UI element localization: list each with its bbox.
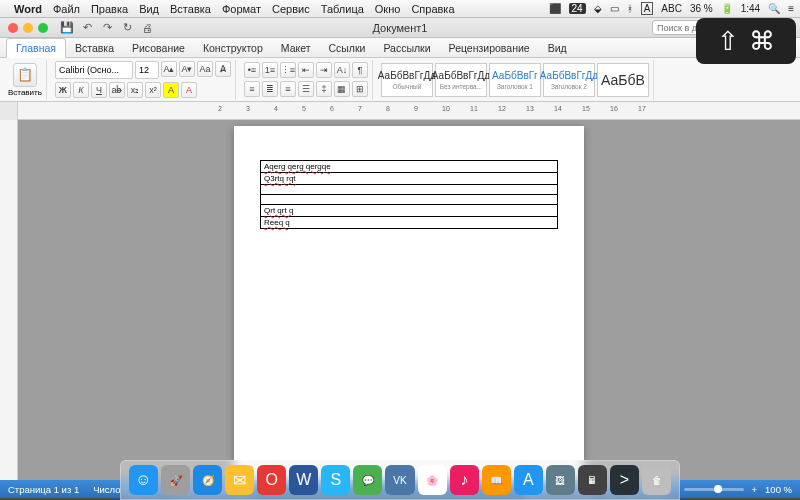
battery-icon[interactable]: 🔋 (721, 3, 733, 14)
tab-home[interactable]: Главная (6, 38, 66, 58)
highlight-button[interactable]: A (163, 82, 179, 98)
align-center-button[interactable]: ≣ (262, 81, 278, 97)
font-color-button[interactable]: A (181, 82, 197, 98)
horizontal-ruler[interactable]: 234567891011121314151617 (18, 102, 800, 120)
dock-photos[interactable]: 🌸 (418, 465, 447, 495)
abc-indicator[interactable]: ABC (661, 3, 682, 14)
dock-launchpad[interactable]: 🚀 (161, 465, 190, 495)
zoom-in-button[interactable]: + (752, 484, 758, 495)
superscript-button[interactable]: x² (145, 82, 161, 98)
repeat-icon[interactable]: ↻ (120, 21, 134, 35)
print-icon[interactable]: 🖨 (140, 21, 154, 35)
menu-tools[interactable]: Сервис (272, 3, 310, 15)
style-heading2[interactable]: АаБбВвГгДдЗаголовок 2 (543, 63, 595, 97)
menu-file[interactable]: Файл (53, 3, 80, 15)
clock[interactable]: 1:44 (741, 3, 760, 14)
italic-button[interactable]: К (73, 82, 89, 98)
style-title[interactable]: АаБбВ (597, 63, 649, 97)
zoom-slider[interactable] (684, 488, 744, 491)
vertical-ruler[interactable] (0, 120, 18, 480)
tab-design[interactable]: Конструктор (194, 39, 272, 57)
airplay-icon[interactable]: ▭ (610, 3, 619, 14)
menu-format[interactable]: Формат (222, 3, 261, 15)
align-right-button[interactable]: ≡ (280, 81, 296, 97)
bullets-button[interactable]: •≡ (244, 62, 260, 78)
zoom-button[interactable] (38, 23, 48, 33)
document-canvas[interactable]: Aqerg qerg qergqe Q3rtq rqt Qrt qrt q Re… (18, 120, 800, 480)
tab-references[interactable]: Ссылки (319, 39, 374, 57)
style-heading1[interactable]: АаБбВвГгЗаголовок 1 (489, 63, 541, 97)
menu-insert[interactable]: Вставка (170, 3, 211, 15)
subscript-button[interactable]: x₂ (127, 82, 143, 98)
tab-draw[interactable]: Рисование (123, 39, 194, 57)
menu-help[interactable]: Справка (411, 3, 454, 15)
redo-icon[interactable]: ↷ (100, 21, 114, 35)
clear-formatting-button[interactable]: A̷ (215, 61, 231, 77)
dock-appstore[interactable]: A (514, 465, 543, 495)
tab-mailings[interactable]: Рассылки (374, 39, 439, 57)
lang-indicator[interactable]: А (641, 2, 654, 15)
dock-finder[interactable]: ☺ (129, 465, 158, 495)
dock-mail[interactable]: ✉ (225, 465, 254, 495)
app-menu[interactable]: Word (14, 3, 42, 15)
paste-button[interactable]: 📋 Вставить (8, 63, 42, 97)
shrink-font-button[interactable]: A▾ (179, 61, 195, 77)
font-name-select[interactable]: Calibri (Осно... (55, 61, 133, 79)
dock-preview[interactable]: 🖼 (546, 465, 575, 495)
strikethrough-button[interactable]: ab̶ (109, 82, 125, 98)
dock-skype[interactable]: S (321, 465, 350, 495)
dock-messages[interactable]: 💬 (353, 465, 382, 495)
underline-button[interactable]: Ч (91, 82, 107, 98)
tab-view[interactable]: Вид (539, 39, 576, 57)
decrease-indent-button[interactable]: ⇤ (298, 62, 314, 78)
menu-extra-icon[interactable]: ⬛ (549, 3, 561, 14)
save-icon[interactable]: 💾 (60, 21, 74, 35)
spotlight-icon[interactable]: 🔍 (768, 3, 780, 14)
dock-opera[interactable]: O (257, 465, 286, 495)
menu-badge[interactable]: 24 (569, 3, 586, 14)
dock-itunes[interactable]: ♪ (450, 465, 479, 495)
undo-icon[interactable]: ↶ (80, 21, 94, 35)
menu-edit[interactable]: Правка (91, 3, 128, 15)
dock-ibooks[interactable]: 📖 (482, 465, 511, 495)
dock-calculator[interactable]: 🖩 (578, 465, 607, 495)
battery-text[interactable]: 36 % (690, 3, 713, 14)
menu-view[interactable]: Вид (139, 3, 159, 15)
justify-button[interactable]: ☰ (298, 81, 314, 97)
zoom-level[interactable]: 100 % (765, 484, 792, 495)
shading-button[interactable]: ▦ (334, 81, 350, 97)
menu-table[interactable]: Таблица (321, 3, 364, 15)
borders-button[interactable]: ⊞ (352, 81, 368, 97)
tab-insert[interactable]: Вставка (66, 39, 123, 57)
bold-button[interactable]: Ж (55, 82, 71, 98)
document-table[interactable]: Aqerg qerg qergqe Q3rtq rqt Qrt qrt q Re… (260, 160, 558, 229)
change-case-button[interactable]: Aa (197, 61, 213, 77)
style-normal[interactable]: АаБбВвГгДдОбычный (381, 63, 433, 97)
dock-vk[interactable]: VK (385, 465, 414, 495)
dock-word[interactable]: W (289, 465, 318, 495)
sort-button[interactable]: A↓ (334, 62, 350, 78)
page-indicator[interactable]: Страница 1 из 1 (8, 484, 79, 495)
multilevel-button[interactable]: ⋮≡ (280, 62, 296, 78)
increase-indent-button[interactable]: ⇥ (316, 62, 332, 78)
page[interactable]: Aqerg qerg qergqe Q3rtq rqt Qrt qrt q Re… (234, 126, 584, 480)
tab-layout[interactable]: Макет (272, 39, 320, 57)
ruler-tick: 14 (554, 105, 562, 112)
minimize-button[interactable] (23, 23, 33, 33)
align-left-button[interactable]: ≡ (244, 81, 260, 97)
grow-font-button[interactable]: A▴ (161, 61, 177, 77)
tab-review[interactable]: Рецензирование (440, 39, 539, 57)
font-size-select[interactable]: 12 (135, 61, 159, 79)
style-nospacing[interactable]: АаБбВвГгДдБез интерва... (435, 63, 487, 97)
notification-center-icon[interactable]: ≡ (788, 3, 794, 14)
bluetooth-icon[interactable]: ᚼ (627, 3, 633, 14)
dock-safari[interactable]: 🧭 (193, 465, 222, 495)
line-spacing-button[interactable]: ‡ (316, 81, 332, 97)
dropbox-icon[interactable]: ⬙ (594, 3, 602, 14)
dock-trash[interactable]: 🗑 (642, 465, 671, 495)
close-button[interactable] (8, 23, 18, 33)
numbering-button[interactable]: 1≡ (262, 62, 278, 78)
show-marks-button[interactable]: ¶ (352, 62, 368, 78)
dock-terminal[interactable]: > (610, 465, 639, 495)
menu-window[interactable]: Окно (375, 3, 401, 15)
